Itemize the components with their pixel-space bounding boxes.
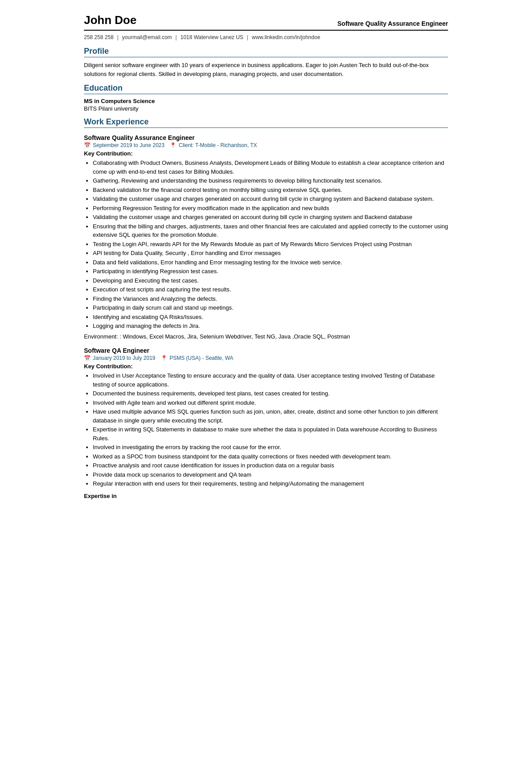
job-1-date: September 2019 to June 2023 <box>93 142 164 148</box>
list-item: Validating the customer usage and charge… <box>93 213 448 222</box>
list-item: Ensuring that the billing and charges, a… <box>93 222 448 239</box>
profile-text: Diligent senior software engineer with 1… <box>84 61 448 78</box>
page-header: John Doe Software Quality Assurance Engi… <box>84 13 448 27</box>
list-item: Participating in identifying Regression … <box>93 267 448 276</box>
job-1-meta: 📅 September 2019 to June 2023 📍 Client: … <box>84 142 448 148</box>
contact-address: 1018 Waterview Lanez US <box>180 34 243 40</box>
job-2-bullets: Involved in User Acceptance Testing to e… <box>93 371 448 488</box>
location-icon-1: 📍 <box>170 142 176 148</box>
list-item: Documented the business requirements, de… <box>93 389 448 398</box>
sep3: | <box>247 34 248 40</box>
job-2-client: PSMS (USA) - Seattle, WA <box>170 355 234 361</box>
list-item: Collaborating with Product Owners, Busin… <box>93 159 448 176</box>
list-item: Execution of test scripts and capturing … <box>93 285 448 294</box>
header-divider <box>84 30 448 31</box>
list-item: Worked as a SPOC from business standpoin… <box>93 452 448 461</box>
job-1-bullets: Collaborating with Product Owners, Busin… <box>93 159 448 331</box>
education-degree: MS in Computers Science <box>84 98 448 104</box>
sep2: | <box>175 34 177 40</box>
list-item: Participating in daily scrum call and st… <box>93 303 448 312</box>
job-1-title: Software Quality Assurance Engineer <box>84 134 448 141</box>
contact-linkedin: www.linkedin.com/in/johndoe <box>252 34 320 40</box>
list-item: Regular interaction with end users for t… <box>93 479 448 488</box>
list-item: API testing for Data Quality, Security ,… <box>93 249 448 258</box>
list-item: Identifying and escalating QA Risks/Issu… <box>93 313 448 322</box>
profile-section-title: Profile <box>84 47 448 57</box>
sep1: | <box>117 34 119 40</box>
list-item: Proactive analysis and root cause identi… <box>93 461 448 470</box>
job-2: Software QA Engineer 📅 January 2019 to J… <box>84 347 448 488</box>
list-item: Data and field validations, Error handli… <box>93 258 448 267</box>
job-1-date-item: 📅 September 2019 to June 2023 <box>84 142 164 148</box>
job-2-client-item: 📍 PSMS (USA) - Seattle, WA <box>161 355 234 361</box>
contact-email: yourmail@email.com <box>122 34 172 40</box>
list-item: Provide data mock up scenarios to develo… <box>93 470 448 479</box>
list-item: Have used multiple advance MS SQL querie… <box>93 407 448 425</box>
expertise-label: Expertise in <box>84 493 117 499</box>
expertise-section: Expertise in <box>84 493 448 499</box>
list-item: Logging and managing the defects in Jira… <box>93 322 448 331</box>
education-school: BITS Pilani university <box>84 105 448 112</box>
list-item: Involved with Agile team and worked out … <box>93 398 448 407</box>
list-item: Performing Regression Testing for every … <box>93 204 448 213</box>
list-item: Developing and Executing the test cases. <box>93 276 448 285</box>
location-icon-2: 📍 <box>161 355 167 361</box>
job-1-client-item: 📍 Client: T-Mobile - Richardson, TX <box>170 142 257 148</box>
candidate-title: Software Quality Assurance Engineer <box>337 20 448 27</box>
contact-phone: 258 258 258 <box>84 34 114 40</box>
job-2-meta: 📅 January 2019 to July 2019 📍 PSMS (USA)… <box>84 355 448 361</box>
job-2-date-item: 📅 January 2019 to July 2019 <box>84 355 155 361</box>
list-item: Validating the customer usage and charge… <box>93 195 448 203</box>
list-item: Involved in User Acceptance Testing to e… <box>93 371 448 389</box>
list-item: Gathering, Reviewing and understanding t… <box>93 176 448 185</box>
calendar-icon-2: 📅 <box>84 355 91 361</box>
list-item: Backend validation for the financial con… <box>93 186 448 195</box>
education-section-title: Education <box>84 84 448 94</box>
job-1-environment: Environment: : Windows, Excel Macros, Ji… <box>84 332 448 341</box>
candidate-name: John Doe <box>84 13 136 27</box>
job-1: Software Quality Assurance Engineer 📅 Se… <box>84 134 448 341</box>
list-item: Expertise in writing SQL Statements in d… <box>93 425 448 442</box>
job-2-key-contribution-label: Key Contribution: <box>84 363 448 370</box>
job-1-key-contribution-label: Key Contribution: <box>84 150 448 157</box>
list-item: Finding the Variances and Analyzing the … <box>93 295 448 303</box>
job-1-client: Client: T-Mobile - Richardson, TX <box>179 142 257 148</box>
list-item: Testing the Login API, rewards API for t… <box>93 240 448 249</box>
work-section-title: Work Experience <box>84 117 448 128</box>
job-2-date: January 2019 to July 2019 <box>93 355 155 361</box>
job-2-title: Software QA Engineer <box>84 347 448 354</box>
list-item: Involved in investigating the errors by … <box>93 443 448 452</box>
calendar-icon-1: 📅 <box>84 142 91 148</box>
contact-bar: 258 258 258 | yourmail@email.com | 1018 … <box>84 34 448 40</box>
